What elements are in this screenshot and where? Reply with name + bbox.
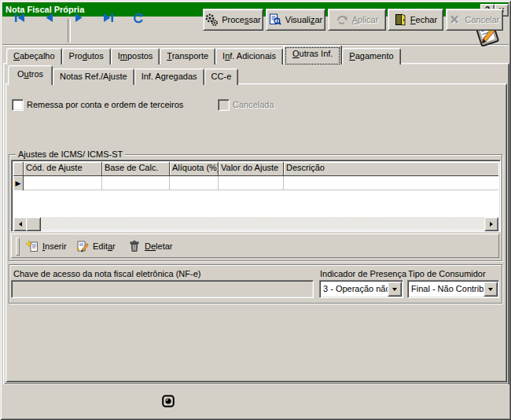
indicador-presenca-value: 3 - Operação não <box>323 282 388 295</box>
chevron-down-icon <box>488 288 493 291</box>
visualizar-label: Visualizar <box>285 15 323 24</box>
tab-produtos[interactable]: Produtos <box>62 48 111 64</box>
grid-horizontal-scrollbar[interactable] <box>13 217 498 230</box>
tipo-consumidor-label: Tipo de Consumidor <box>408 269 486 278</box>
fechar-button[interactable]: Fechar <box>388 9 443 31</box>
grid-header-descricao[interactable]: Descrição <box>284 162 498 176</box>
ajustes-toolbar: Inserir Editar Deletar <box>11 234 499 258</box>
tab-focus-rect <box>286 48 339 64</box>
edit-record-icon <box>76 240 89 252</box>
indicador-presenca-select[interactable]: 3 - Operação não <box>319 280 403 298</box>
inserir-button[interactable]: Inserir <box>23 237 70 256</box>
grid-header-aliquota[interactable]: Alíquota (%) <box>170 162 219 176</box>
processar-label: Processar <box>222 15 261 24</box>
aplicar-button: Aplicar <box>328 9 386 31</box>
new-record-icon <box>26 240 39 252</box>
commit-record-button[interactable] <box>162 395 175 407</box>
visualizar-button[interactable]: Visualizar <box>266 9 325 31</box>
chevron-down-icon <box>392 288 397 291</box>
prev-record-button[interactable] <box>44 13 54 23</box>
gears-icon <box>205 13 218 26</box>
tab-notas-ref-ajuste[interactable]: Notas Ref./Ajuste <box>53 68 134 85</box>
scroll-right-icon <box>490 222 493 227</box>
refresh-button[interactable] <box>132 13 144 24</box>
editar-label: Editar <box>93 241 116 251</box>
cancelada-checkbox-label: Cancelada <box>233 100 274 109</box>
tab-outros[interactable]: Outros <box>8 65 53 85</box>
cancelada-checkbox <box>218 99 230 111</box>
grid-header-row: Cód. de Ajuste Base de Calc. Alíquota (%… <box>13 162 498 176</box>
indicador-presenca-label: Indicador de Presença <box>320 269 406 278</box>
remessa-checkbox-label[interactable]: Remessa por conta e ordem de terceiros <box>27 100 183 109</box>
fechar-label: Fechar <box>410 15 437 24</box>
grid-header-valor-ajuste[interactable]: Valor do Ajuste <box>219 162 284 176</box>
next-record-button[interactable] <box>74 13 84 23</box>
deletar-label: Deletar <box>145 241 172 251</box>
scroll-right-button[interactable] <box>484 217 498 231</box>
grid-row[interactable]: ▶ <box>13 176 498 190</box>
chave-nfe-label: Chave de acesso da nota fiscal eletrônic… <box>13 269 200 278</box>
tab-inf-agregadas[interactable]: Inf. Agregadas <box>134 68 204 85</box>
tab-cc-e[interactable]: CC-e <box>204 68 239 85</box>
footer-bar <box>2 384 509 418</box>
grid-corner-cell <box>13 162 24 176</box>
consumidor-dropdown-button[interactable] <box>483 282 498 297</box>
grid-header-cod-ajuste[interactable]: Cód. de Ajuste <box>24 162 102 176</box>
editar-button[interactable]: Editar <box>73 237 119 256</box>
grid-cell[interactable] <box>24 176 102 190</box>
first-record-button[interactable] <box>13 13 26 23</box>
tab-inf-adicionais[interactable]: Inf. Adicionais <box>215 48 283 64</box>
tab-cabecalho[interactable]: Cabeçalho <box>6 48 62 64</box>
scroll-left-icon <box>19 222 22 227</box>
tab-pagamento[interactable]: Pagamento <box>342 48 400 64</box>
ajustes-group-title: Ajustes de ICMS/ ICMS-ST <box>16 149 125 159</box>
remessa-checkbox[interactable] <box>12 99 24 111</box>
main-tab-bar: Cabeçalho Produtos Impostos Transporte I… <box>6 46 401 64</box>
scrollbar-thumb[interactable] <box>26 217 41 231</box>
tab-transporte[interactable]: Transporte <box>160 48 215 64</box>
aplicar-label: Aplicar <box>352 15 379 24</box>
tipo-consumidor-value: Final - Não Contrib <box>411 282 484 295</box>
tipo-consumidor-select[interactable]: Final - Não Contrib <box>407 280 499 298</box>
preview-magnifier-icon <box>269 13 281 26</box>
inserir-label: Inserir <box>42 241 67 251</box>
cancel-x-icon <box>449 14 461 25</box>
row-indicator-icon: ▶ <box>13 176 24 190</box>
tab-impostos[interactable]: Impostos <box>111 48 160 64</box>
ajustes-grid[interactable]: Cód. de Ajuste Base de Calc. Alíquota (%… <box>11 160 501 232</box>
last-record-button[interactable] <box>102 13 115 23</box>
exit-door-icon <box>394 13 406 26</box>
toolbar-grip[interactable] <box>16 238 20 256</box>
toolbar-separator <box>68 19 71 42</box>
grid-cell[interactable] <box>170 176 219 190</box>
trash-icon <box>128 240 141 252</box>
processar-button[interactable]: Processar <box>203 9 263 31</box>
dialog-window: Nota Fiscal Própria ? ✕ <box>0 0 511 420</box>
tab-outras-inf[interactable]: Outras Inf. <box>283 45 342 64</box>
chave-nfe-field <box>11 280 314 298</box>
grid-cell[interactable] <box>284 176 498 190</box>
indicador-dropdown-button[interactable] <box>388 282 402 297</box>
grid-cell[interactable] <box>102 176 170 190</box>
apply-icon <box>336 13 348 26</box>
cancelar-label: Cancelar <box>465 15 499 24</box>
grid-header-base-calc[interactable]: Base de Calc. <box>102 162 170 176</box>
deletar-button[interactable]: Deletar <box>125 237 175 256</box>
cancelar-button: Cancelar <box>446 9 503 31</box>
grid-cell[interactable] <box>219 176 284 190</box>
sub-tab-bar: Outros Notas Ref./Ajuste Inf. Agregadas … <box>8 66 238 85</box>
